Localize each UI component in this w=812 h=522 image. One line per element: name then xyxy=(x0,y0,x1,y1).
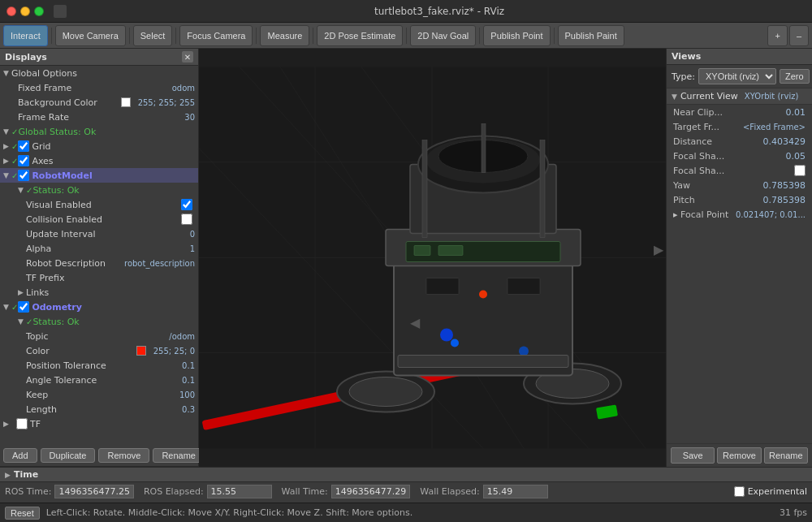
views-rename-button[interactable]: Rename xyxy=(764,447,808,464)
viewport-svg: ◀ ▶ xyxy=(199,49,666,467)
app-icon xyxy=(54,5,67,18)
yaw-row: Yaw 0.785398 xyxy=(667,178,812,192)
distance-value: 0.403429 xyxy=(763,136,806,147)
position-tol-value: 0.1 xyxy=(182,361,195,370)
collision-enabled-checkbox[interactable] xyxy=(181,214,192,225)
select-button[interactable]: Select xyxy=(133,25,173,46)
displays-title: Displays xyxy=(5,52,47,63)
robot-desc-item[interactable]: Robot Description robot_description xyxy=(0,256,198,270)
views-remove-button[interactable]: Remove xyxy=(717,447,761,464)
rename-display-button[interactable]: Rename xyxy=(153,448,205,463)
add-button[interactable]: Add xyxy=(3,448,37,463)
visual-enabled-checkbox[interactable] xyxy=(181,199,192,210)
target-frame-label: Target Fr... xyxy=(673,122,743,132)
topic-item[interactable]: Topic /odom xyxy=(0,329,198,343)
views-zero-button[interactable]: Zero xyxy=(780,69,810,84)
position-tol-item[interactable]: Position Tolerance 0.1 xyxy=(0,358,198,373)
maximize-button[interactable] xyxy=(34,6,44,16)
focal-sha2-checkbox[interactable] xyxy=(794,165,806,176)
tf-item[interactable]: ▶ TF xyxy=(0,416,198,431)
robot-status-item[interactable]: ▼ ✓ Status: Ok xyxy=(0,183,198,197)
pose-estimate-button[interactable]: 2D Pose Estimate xyxy=(317,25,403,46)
links-item[interactable]: ▶ Links xyxy=(0,285,198,300)
displays-header: Displays ✕ xyxy=(0,49,198,66)
pitch-value: 0.785398 xyxy=(763,195,806,205)
alpha-item[interactable]: Alpha 1 xyxy=(0,241,198,256)
angle-tol-item[interactable]: Angle Tolerance 0.1 xyxy=(0,373,198,387)
pitch-row: Pitch 0.785398 xyxy=(667,192,812,207)
duplicate-button[interactable]: Duplicate xyxy=(41,448,96,463)
global-status-item[interactable]: ▼ ✓ Global Status: Ok xyxy=(0,124,198,139)
odometry-label: Odometry xyxy=(32,302,195,313)
robot-model-item[interactable]: ▼ ✓ RobotModel xyxy=(0,168,198,183)
odo-status-item[interactable]: ▼ ✓ Status: Ok xyxy=(0,314,198,329)
bg-color-item[interactable]: Background Color 255; 255; 255 xyxy=(0,95,198,110)
keep-item[interactable]: Keep 100 xyxy=(0,387,198,402)
toolbar-separator-2 xyxy=(129,28,130,44)
wall-elapsed-field: Wall Elapsed: 15.49 xyxy=(420,485,547,498)
length-item[interactable]: Length 0.3 xyxy=(0,402,198,416)
grid-item[interactable]: ▶ ✓ Grid xyxy=(0,139,198,153)
tf-prefix-label: TF Prefix xyxy=(26,273,195,283)
distance-row: Distance 0.403429 xyxy=(667,134,812,149)
remove-display-button[interactable]: Remove xyxy=(98,448,149,463)
visual-enabled-item[interactable]: Visual Enabled xyxy=(0,197,198,212)
near-clip-label: Near Clip... xyxy=(673,107,786,118)
odometry-item[interactable]: ▼ ✓ Odometry xyxy=(0,300,198,314)
angle-tol-value: 0.1 xyxy=(182,376,195,385)
close-button[interactable] xyxy=(6,6,16,16)
axes-checkbox[interactable] xyxy=(18,155,29,166)
svg-point-33 xyxy=(479,291,487,299)
toolbar: Interact Move Camera Select Focus Camera… xyxy=(0,23,812,49)
collision-enabled-item[interactable]: Collision Enabled xyxy=(0,212,198,226)
move-camera-button[interactable]: Move Camera xyxy=(55,25,126,46)
robot-model-checkbox[interactable] xyxy=(18,170,29,181)
global-options-item[interactable]: ▼ Global Options xyxy=(0,66,198,80)
yaw-label: Yaw xyxy=(673,180,763,191)
alpha-value: 1 xyxy=(190,244,195,253)
views-type-select[interactable]: XYOrbit (rviz) Orbit (rviz) FPS (rviz) xyxy=(698,68,776,84)
odometry-checkbox[interactable] xyxy=(18,301,29,313)
minimize-button[interactable] xyxy=(20,6,30,16)
interact-button[interactable]: Interact xyxy=(3,25,48,46)
tf-prefix-item[interactable]: TF Prefix xyxy=(0,270,198,285)
ros-time-value: 1496356477.25 xyxy=(54,485,133,498)
titlebar: turtlebot3_fake.rviz* - RViz xyxy=(0,0,812,23)
views-save-button[interactable]: Save xyxy=(671,447,715,464)
viewport[interactable]: ◀ ▶ xyxy=(199,49,666,467)
window-title: turtlebot3_fake.rviz* - RViz xyxy=(73,6,806,17)
views-action-buttons: Save Remove Rename xyxy=(667,443,812,467)
fixed-frame-value: odom xyxy=(172,84,195,93)
experimental-field: Experimental xyxy=(734,486,807,497)
reset-button[interactable]: Reset xyxy=(5,507,40,520)
minus-button[interactable]: – xyxy=(789,25,809,46)
update-interval-item[interactable]: Update Interval 0 xyxy=(0,226,198,241)
frame-rate-item[interactable]: Frame Rate 30 xyxy=(0,110,198,124)
global-status-label: Global Status: Ok xyxy=(18,127,195,137)
publish-paint-button[interactable]: Publish Paint xyxy=(558,25,624,46)
experimental-checkbox[interactable] xyxy=(734,486,745,497)
grid-checkbox[interactable] xyxy=(18,140,29,152)
axes-item[interactable]: ▶ ✓ Axes xyxy=(0,153,198,168)
tf-checkbox[interactable] xyxy=(16,418,28,429)
publish-point-button[interactable]: Publish Point xyxy=(483,25,550,46)
focus-camera-button[interactable]: Focus Camera xyxy=(179,25,253,46)
fixed-frame-item[interactable]: Fixed Frame odom xyxy=(0,80,198,95)
measure-button[interactable]: Measure xyxy=(260,25,309,46)
angle-tol-label: Angle Tolerance xyxy=(26,375,179,386)
wall-elapsed-label: Wall Elapsed: xyxy=(420,486,479,497)
ros-elapsed-field: ROS Elapsed: 15.55 xyxy=(144,485,272,498)
panel-close-button[interactable]: ✕ xyxy=(182,51,193,63)
displays-buttons: Add Duplicate Remove Rename xyxy=(0,444,198,467)
length-label: Length xyxy=(26,404,179,415)
near-clip-value: 0.01 xyxy=(786,107,806,118)
nav-goal-button[interactable]: 2D Nav Goal xyxy=(410,25,476,46)
current-view-label: Current View xyxy=(680,91,738,101)
color-item[interactable]: Color 255; 25; 0 xyxy=(0,343,198,358)
bg-color-label: Background Color xyxy=(18,97,121,108)
plus-button[interactable]: + xyxy=(767,25,787,46)
views-type-row: Type: XYOrbit (rviz) Orbit (rviz) FPS (r… xyxy=(667,65,812,88)
odo-status-label: Status: Ok xyxy=(32,317,195,327)
focal-sha2-row: Focal Sha... xyxy=(667,163,812,178)
displays-tree[interactable]: ▼ Global Options Fixed Frame odom Backgr… xyxy=(0,66,198,444)
